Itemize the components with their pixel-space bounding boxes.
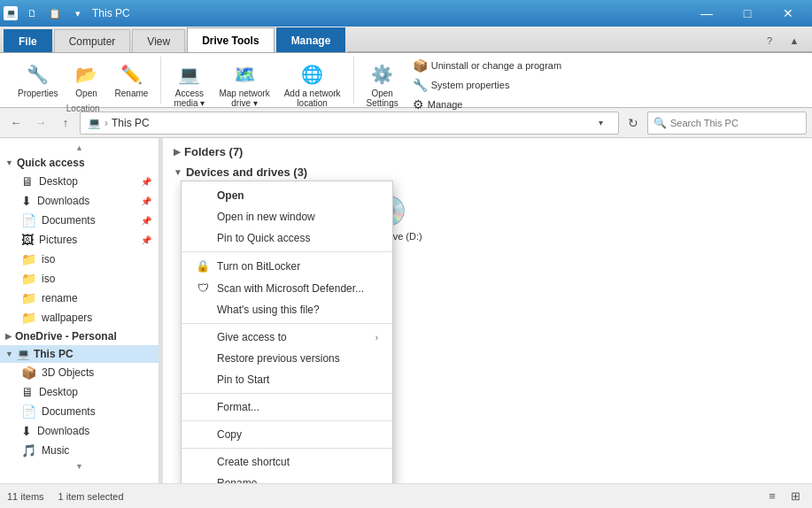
ribbon-btn-map-network[interactable]: 🗺️ Map networkdrive ▾ xyxy=(213,57,275,112)
sidebar-item-iso2-label: iso xyxy=(42,273,55,285)
downloads-icon: ⬇ xyxy=(21,194,32,208)
sidebar-item-documents[interactable]: 📄 Documents 📌 xyxy=(0,211,159,230)
sidebar-item-downloads2[interactable]: ⬇ Downloads xyxy=(0,421,159,441)
sidebar-quick-access-header[interactable]: ▼ Quick access xyxy=(0,154,159,172)
back-button[interactable]: ← xyxy=(5,112,27,134)
ribbon-btn-open[interactable]: 📂 Open xyxy=(67,57,106,102)
qat-icon2[interactable]: 📋 xyxy=(44,3,66,24)
wallpapers-icon: 📁 xyxy=(21,311,36,325)
title-text: This PC xyxy=(92,7,130,19)
sidebar-item-rename[interactable]: 📁 rename xyxy=(0,289,159,308)
sidebar-item-rename-label: rename xyxy=(42,292,78,304)
tab-computer[interactable]: Computer xyxy=(54,29,131,52)
ctx-sep4 xyxy=(182,420,392,421)
folders-chevron: ▶ xyxy=(174,147,181,157)
ctx-whats-using[interactable]: What's using this file? xyxy=(182,299,392,320)
ribbon-help[interactable]: ? xyxy=(759,30,780,51)
search-box[interactable]: 🔍 xyxy=(647,112,807,135)
qat-icon1[interactable]: 🗋 xyxy=(21,3,43,24)
view-details-btn[interactable]: ≡ xyxy=(762,487,782,506)
ctx-rename[interactable]: Rename xyxy=(182,473,392,483)
ribbon-btn-add-network[interactable]: 🌐 Add a networklocation xyxy=(279,57,346,112)
sidebar-scroll-up[interactable]: ▲ xyxy=(0,142,159,154)
ctx-open[interactable]: Open xyxy=(182,185,392,206)
open-icon: 📂 xyxy=(73,60,101,89)
forward-button[interactable]: → xyxy=(30,112,51,134)
up-button[interactable]: ↑ xyxy=(55,112,76,134)
ribbon-expand[interactable]: ▲ xyxy=(784,30,805,51)
ribbon-btn-rename[interactable]: ✏️ Rename xyxy=(110,57,154,102)
ribbon-btn-properties[interactable]: 🔧 Properties xyxy=(12,57,64,102)
minimize-button[interactable]: — xyxy=(686,0,727,27)
ctx-sep3 xyxy=(182,393,392,394)
maximize-button[interactable]: □ xyxy=(727,0,768,27)
thispc-icon: 💻 xyxy=(17,348,30,360)
manage-icon: ⚙ xyxy=(413,97,424,112)
ribbon-group-system: ⚙️ OpenSettings 📦 Uninstall or change a … xyxy=(354,57,575,104)
drives-section-header[interactable]: ▼ Devices and drives (3) xyxy=(174,165,801,179)
rename-folder-icon: 📁 xyxy=(21,291,36,305)
ribbon-small-btns: 📦 Uninstall or change a program 🔧 System… xyxy=(407,57,567,113)
tab-manage[interactable]: Manage xyxy=(276,27,346,52)
ribbon-btn-access-media[interactable]: 💻 Accessmedia ▾ xyxy=(168,57,210,112)
rename-icon: ✏️ xyxy=(117,60,145,89)
ctx-create-shortcut[interactable]: Create shortcut xyxy=(182,451,392,473)
ctx-give-access[interactable]: Give access to › xyxy=(182,327,392,348)
folders-section-header[interactable]: ▶ Folders (7) xyxy=(174,145,801,158)
folders-section-label: Folders (7) xyxy=(184,145,243,158)
address-dropdown[interactable]: ▾ xyxy=(590,112,611,134)
ctx-bitlocker[interactable]: 🔒 Turn on BitLocker xyxy=(182,255,392,277)
onedrive-label: OneDrive - Personal xyxy=(15,330,117,343)
sidebar-item-wallpapers[interactable]: 📁 wallpapers xyxy=(0,308,159,327)
close-button[interactable]: ✕ xyxy=(768,0,808,27)
tab-file[interactable]: File xyxy=(4,29,52,52)
thispc-label: This PC xyxy=(34,348,73,360)
ctx-open-new-window[interactable]: Open in new window xyxy=(182,206,392,227)
tab-view[interactable]: View xyxy=(132,29,185,52)
sidebar-item-music[interactable]: 🎵 Music xyxy=(0,441,159,460)
ribbon-btn-open-settings[interactable]: ⚙️ OpenSettings xyxy=(361,57,404,112)
sidebar-onedrive-header[interactable]: ▶ OneDrive - Personal xyxy=(0,327,159,345)
context-menu: Open Open in new window Pin to Quick acc… xyxy=(181,181,393,483)
qat-dropdown[interactable]: ▾ xyxy=(67,3,89,24)
sidebar-item-downloads[interactable]: ⬇ Downloads 📌 xyxy=(0,191,159,211)
sidebar-item-iso[interactable]: 📁 iso xyxy=(0,250,159,269)
ctx-restore-versions[interactable]: Restore previous versions xyxy=(182,348,392,369)
sidebar-item-3d-objects[interactable]: 📦 3D Objects xyxy=(0,363,159,382)
ctx-bitlocker-icon: 🔒 xyxy=(196,259,210,273)
address-bar: ← → ↑ 💻 › This PC ▾ ↻ 🔍 xyxy=(0,108,812,138)
sidebar-item-pictures[interactable]: 🖼 Pictures 📌 xyxy=(0,230,159,250)
ctx-pin-start[interactable]: Pin to Start xyxy=(182,369,392,390)
tab-bar: File Computer View Drive Tools Manage ? … xyxy=(0,27,812,53)
tab-drive-tools[interactable]: Drive Tools xyxy=(187,27,274,52)
ctx-copy[interactable]: Copy xyxy=(182,424,392,445)
documents-icon: 📄 xyxy=(21,213,36,227)
sys-props-icon: 🔧 xyxy=(413,78,428,92)
pin-icon4: 📌 xyxy=(141,235,151,245)
ctx-pin-quick[interactable]: Pin to Quick access xyxy=(182,227,392,249)
ribbon-btn-uninstall[interactable]: 📦 Uninstall or change a program xyxy=(407,57,567,74)
iso-icon: 📁 xyxy=(21,252,36,266)
sidebar-item-desktop2[interactable]: 🖥 Desktop xyxy=(0,382,159,402)
search-input[interactable] xyxy=(670,118,800,128)
ctx-format[interactable]: Format... xyxy=(182,396,392,418)
onedrive-chevron: ▶ xyxy=(5,332,12,341)
sidebar-scroll-down[interactable]: ▼ xyxy=(0,460,159,473)
address-path[interactable]: 💻 › This PC ▾ xyxy=(80,112,619,135)
sidebar-item-desktop2-label: Desktop xyxy=(39,386,78,398)
view-large-icons-btn[interactable]: ⊞ xyxy=(785,487,805,506)
uninstall-icon: 📦 xyxy=(413,58,428,73)
sidebar-item-documents2[interactable]: 📄 Documents xyxy=(0,402,159,421)
ctx-defender-icon: 🛡 xyxy=(196,281,210,295)
quick-access-chevron: ▼ xyxy=(5,158,13,167)
sidebar-item-iso-label: iso xyxy=(42,253,55,266)
sidebar-item-iso2[interactable]: 📁 iso xyxy=(0,269,159,289)
ribbon-btn-sys-props[interactable]: 🔧 System properties xyxy=(407,76,567,94)
sidebar-item-desktop[interactable]: 🖥 Desktop 📌 xyxy=(0,172,159,191)
sidebar-thispc-header[interactable]: ▼ 💻 This PC xyxy=(0,345,159,363)
desktop2-icon: 🖥 xyxy=(21,385,34,399)
refresh-button[interactable]: ↻ xyxy=(623,112,644,134)
ctx-defender[interactable]: 🛡 Scan with Microsoft Defender... xyxy=(182,277,392,299)
main-layout: ▲ ▼ Quick access 🖥 Desktop 📌 ⬇ Downloads… xyxy=(0,138,812,483)
view-controls: ≡ ⊞ xyxy=(762,487,805,506)
